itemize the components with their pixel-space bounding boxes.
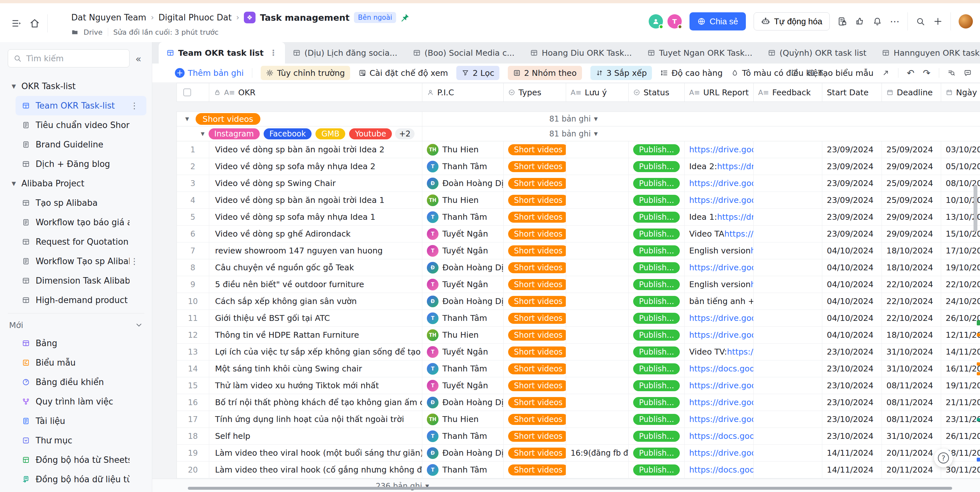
cell-status[interactable]: Publish... [628,462,685,478]
cell-luu-y[interactable] [566,175,628,192]
row-number[interactable]: 1 [177,141,209,158]
table-row[interactable]: 7review showroom 147 nguyen van huongTTu… [177,243,980,259]
cell-okr[interactable]: Thử làm video xu hướng Tiktok mới nhất [209,377,422,394]
cell-start-date[interactable]: 23/10/2024 [822,428,882,444]
cell-okr[interactable]: Giới thiệu về BST gối tại ATC [209,310,422,326]
cell-url-report[interactable]: https://drive.goo... [685,192,754,208]
cell-deadline[interactable]: 22/10/2024 [882,310,941,326]
group-row-channels[interactable]: ▼InstagramFacebookGMBYoutube+2 81 bản gh… [177,126,980,141]
cell-feedback[interactable] [754,259,822,276]
row-number[interactable]: 3 [177,175,209,192]
cell-luu-y[interactable]: 16:9(đăng fb để... [566,445,628,461]
cell-url-report[interactable]: https://drive.goo... [685,175,754,192]
table-row[interactable]: 95 điều nên biết" về outdoor furnitureTT… [177,276,980,293]
caret-down-icon[interactable]: ▼ [12,180,19,187]
breadcrumb-team[interactable]: Dat Nguyen Team [71,13,146,22]
create-form-button[interactable]: Tạo biểu mẫu [807,69,873,78]
vertical-scrollbar[interactable] [974,185,977,232]
cell-pic[interactable]: ĐĐoàn Hoàng Dịu [422,175,504,192]
cell-types[interactable]: Short videos [504,192,566,208]
cell-status[interactable]: Publish... [628,327,685,343]
cell-feedback[interactable] [754,293,822,310]
cell-ngay[interactable]: 05/10/20 [941,158,980,175]
help-button[interactable]: ? [934,449,953,467]
url-link[interactable]: https://drive.goo... [689,381,754,390]
cell-start-date[interactable]: 23/09/2024 [822,141,882,158]
cell-feedback[interactable] [754,462,822,478]
select-all-checkbox[interactable] [183,88,191,96]
document-title[interactable]: Task management [260,13,350,23]
channel-pill[interactable]: Facebook [264,128,312,139]
cell-feedback[interactable] [754,158,822,175]
cell-pic[interactable]: TTuyết Ngân [422,377,504,394]
cell-types[interactable]: Short videos [504,377,566,394]
row-number[interactable]: 13 [177,343,209,360]
new-plus-icon[interactable] [933,16,943,26]
cell-luu-y[interactable] [566,343,628,360]
cell-pic[interactable]: ĐĐoàn Hoàng Dịu [422,445,504,461]
pin-icon[interactable] [401,13,410,22]
user-avatar[interactable] [959,14,973,29]
cell-luu-y[interactable] [566,310,628,326]
cell-okr[interactable]: Video về dòng sp bàn ăn ngoài trời Idea … [209,141,422,158]
group-pill[interactable]: Short videos [196,113,260,125]
url-link[interactable]: https://dri... [717,212,754,222]
cell-okr[interactable]: Video về dòng sp ghế Adirondack [209,225,422,242]
url-link[interactable]: h... [751,246,754,256]
channel-pill[interactable]: Instagram [208,128,260,139]
cell-okr[interactable]: Self help [209,428,422,444]
cell-deadline[interactable]: 08/11/2024 [882,394,941,411]
table-row[interactable]: 4Video về dòng sp bàn ăn ngoài trời Idea… [177,192,980,209]
column-header-pic[interactable]: P.I.C [422,83,504,101]
more-actions-icon[interactable]: ⋯ [890,16,900,26]
cell-deadline[interactable]: 29/09/2024 [882,158,941,175]
cell-okr[interactable]: Làm video theo viral hook (cố gắng nhưng… [209,462,422,478]
cell-pic[interactable]: TThanh Tâm [422,462,504,478]
cell-ngay[interactable]: 17/10/20 [941,243,980,259]
more-channels-pill[interactable]: +2 [395,128,414,139]
column-header-types[interactable]: Types [504,83,566,101]
customize-fields-button[interactable]: Tùy chỉnh trường [261,66,350,80]
sidebar-item[interactable]: Tiêu chuẩn video Short social ... [0,115,152,135]
cell-feedback[interactable] [754,343,822,360]
tab-5[interactable]: Tuyet Ngan ORK Task... [640,42,760,64]
url-link[interactable]: https://drive.goo... [689,313,754,323]
collapse-sidebar-icon[interactable]: « [135,53,141,64]
item-menu-icon[interactable]: ⋮ [130,101,138,110]
cell-okr[interactable]: Video về dòng sp sofa mây nhựa Idea 1 [209,209,422,225]
cell-status[interactable]: Publish... [628,141,685,158]
row-number[interactable]: 18 [177,428,209,444]
cell-deadline[interactable]: 25/09/2024 [882,192,941,208]
row-number[interactable]: 9 [177,276,209,293]
column-header-select[interactable] [177,83,209,101]
column-header-status[interactable]: Status [628,83,685,101]
tab-1[interactable]: Team OKR task list⋮ [159,42,285,64]
url-link[interactable]: https://drive.goo... [689,179,754,188]
cell-url-report[interactable]: https://docs.goo... [685,428,754,444]
sort-button[interactable]: 3 Sắp xếp [590,66,652,80]
cell-ngay[interactable]: 19/11/20 [941,377,980,394]
table-row[interactable]: 10Cách sắp xếp không gian sân vườnĐĐoàn … [177,293,980,310]
url-link[interactable]: https://... [724,229,754,238]
sidebar-item[interactable]: Biểu mẫu [0,353,152,372]
cell-deadline[interactable]: 18/10/2024 [882,243,941,259]
cell-ngay[interactable]: 14/11/20 [941,343,980,360]
notifications-bell-icon[interactable] [872,16,882,26]
cell-ngay[interactable]: 26/11/20 [941,428,980,444]
cell-ngay[interactable]: 03/10/20 [941,141,980,158]
column-header-deadline[interactable]: Deadline [882,83,941,101]
item-menu-icon[interactable]: ⋮ [130,256,138,266]
cell-pic[interactable]: THThu Hien [422,192,504,208]
cell-types[interactable]: Short videos [504,225,566,242]
cell-start-date[interactable]: 23/10/2024 [822,411,882,428]
cell-start-date[interactable]: 23/09/2024 [822,225,882,242]
cell-start-date[interactable]: 14/11/2024 [822,462,882,478]
cell-deadline[interactable]: 22/10/2024 [882,293,941,310]
cell-feedback[interactable] [754,175,822,192]
cell-feedback[interactable] [754,192,822,208]
sidebar-item[interactable]: Tạo sp Alibaba [0,193,152,212]
url-link[interactable]: https://drive.goo... [689,263,754,272]
sidebar-section[interactable]: ▼OKR Task-list [0,77,152,96]
cell-url-report[interactable]: https://drive.goo... [685,377,754,394]
history-button[interactable] [791,69,799,77]
